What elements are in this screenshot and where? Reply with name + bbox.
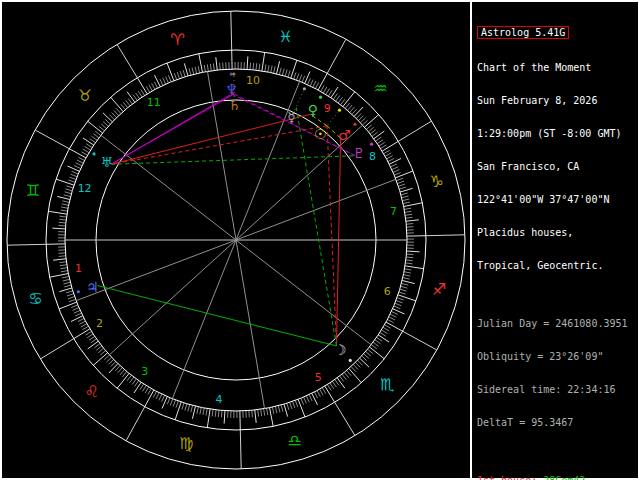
- chart-time: 1:29:00pm (ST -8:00 GMT): [477, 128, 636, 139]
- zodiac-system: Tropical, Geocentric.: [477, 260, 636, 271]
- aquarius-icon: ♒: [373, 79, 387, 98]
- house-label: 1st house:: [477, 475, 543, 480]
- aspect-moon-mars: [336, 138, 340, 346]
- julian-day: Julian Day = 2461080.3951: [477, 318, 636, 329]
- house-number-3: 3: [141, 365, 148, 378]
- delta-t: DeltaT = 95.3467: [477, 417, 636, 428]
- planet-moon-icon: ☽: [334, 342, 347, 358]
- house-number-5: 5: [315, 371, 322, 384]
- planet-uran-icon: ♅: [101, 154, 114, 170]
- pisces-icon: ♓: [278, 27, 292, 46]
- house-cusp-value: 28Gem42: [543, 475, 585, 480]
- chart-type-label: Chart of the Moment: [477, 62, 636, 73]
- planet-glyphs: ♆♅♃☽♇♂☉♀☿♄: [77, 72, 373, 362]
- planet-mars-icon: ♂: [338, 127, 351, 143]
- virgo-icon: ♍: [179, 434, 193, 453]
- house-system: Placidus houses,: [477, 227, 636, 238]
- libra-icon: ♎: [287, 431, 301, 450]
- sidereal-time: Sidereal time: 22:34:16: [477, 384, 636, 395]
- taurus-icon: ♉: [78, 86, 92, 105]
- aspect-venu-uran: [111, 114, 310, 164]
- house-number-7: 7: [390, 205, 397, 218]
- aspect-uran-plut: [111, 156, 355, 165]
- planet-degree-dot: [353, 123, 356, 126]
- planet-nept-icon: ♆: [225, 81, 238, 97]
- app-title: Astrolog 5.41G: [477, 26, 569, 39]
- planet-satu-icon: ♄: [228, 97, 241, 113]
- planet-degree-dot: [77, 290, 80, 293]
- cancer-icon: ♋: [28, 289, 42, 308]
- aspect-moon-sun: [327, 126, 336, 346]
- house-number-2: 2: [96, 317, 103, 330]
- house-number-11: 11: [147, 96, 161, 109]
- chart-wheel[interactable]: ♈♉♊♋♌♍♎♏♐♑♒♓123456789101112♆♅♃☽♇♂☉♀☿♄: [2, 2, 470, 478]
- aspect-moon-jupi: [97, 286, 336, 346]
- house-number-6: 6: [384, 285, 391, 298]
- house-number-12: 12: [78, 182, 92, 195]
- sidebar: Astrolog 5.41G Chart of the Moment Sun F…: [477, 4, 636, 476]
- planet-degree-dot: [319, 96, 322, 99]
- sagittarius-icon: ♐: [432, 280, 446, 299]
- planet-degree-dot: [349, 359, 352, 362]
- planet-degree-dot: [370, 143, 373, 146]
- chart-area[interactable]: ♈♉♊♋♌♍♎♏♐♑♒♓123456789101112♆♅♃☽♇♂☉♀☿♄: [2, 2, 470, 478]
- planet-venu-icon: ♀: [308, 102, 318, 118]
- obliquity: Obliquity = 23°26'09": [477, 351, 636, 362]
- sidebar-divider: [470, 2, 472, 478]
- house-list: 1st house: 28Gem422nd house: 19Can293rd …: [477, 475, 636, 480]
- planet-jupi-icon: ♃: [86, 279, 99, 295]
- chart-date: Sun February 8, 2026: [477, 95, 636, 106]
- gemini-icon: ♊: [26, 181, 40, 200]
- leo-icon: ♌: [84, 382, 98, 401]
- planet-degree-dot: [92, 152, 95, 155]
- house-number-8: 8: [369, 150, 376, 163]
- house-number-9: 9: [324, 102, 331, 115]
- aries-icon: ♈: [170, 30, 184, 49]
- chart-location: San Francisco, CA: [477, 161, 636, 172]
- planet-sun-icon: ☉: [314, 126, 327, 142]
- house-cusps: 123456789101112: [65, 71, 407, 408]
- house-number-4: 4: [215, 393, 222, 406]
- planet-plut-icon: ♇: [353, 145, 366, 161]
- house-number-1: 1: [75, 262, 82, 275]
- capricorn-icon: ♑: [429, 172, 443, 191]
- scorpio-icon: ♏: [380, 375, 394, 394]
- planet-merc-icon: ☿: [287, 109, 296, 125]
- house-row: 1st house: 28Gem42: [477, 475, 636, 480]
- planet-degree-dot: [232, 72, 235, 75]
- house-number-10: 10: [246, 74, 260, 87]
- chart-coordinates: 122°41'00"W 37°47'00"N: [477, 194, 636, 205]
